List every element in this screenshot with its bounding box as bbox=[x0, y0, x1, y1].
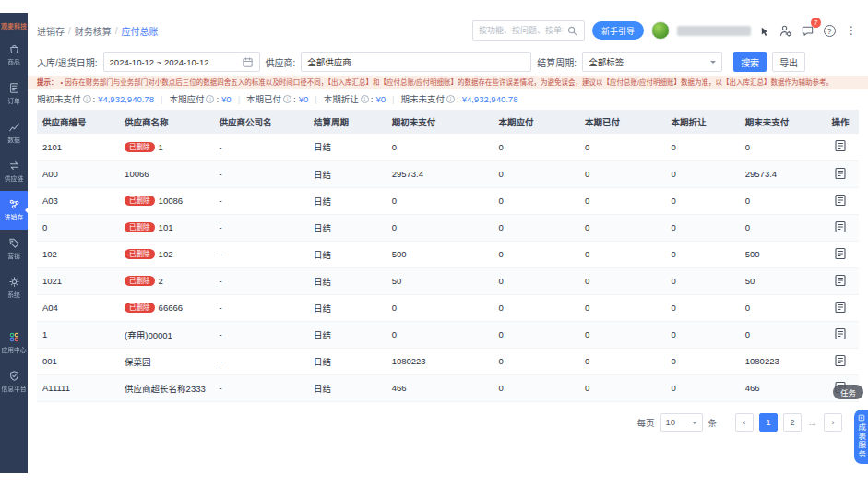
summary-colon: : bbox=[93, 94, 96, 104]
avatar[interactable] bbox=[651, 21, 670, 40]
notice-label: 提示： bbox=[37, 78, 58, 87]
account-icon[interactable] bbox=[778, 23, 792, 38]
cell-closing-unpaid: 500 bbox=[740, 241, 822, 267]
detail-icon bbox=[834, 139, 847, 152]
view-detail-button[interactable] bbox=[834, 247, 847, 260]
sidebar-item-inventory[interactable]: 进销存 bbox=[0, 191, 28, 230]
cell-cycle: 日结 bbox=[308, 321, 386, 348]
cell-closing-unpaid: 0 bbox=[740, 214, 822, 241]
view-detail-button[interactable] bbox=[834, 167, 847, 180]
export-button[interactable]: 导出 bbox=[772, 52, 805, 72]
prev-page-button[interactable]: ‹ bbox=[735, 413, 754, 432]
supplier-filter[interactable] bbox=[301, 52, 531, 72]
search-button[interactable]: 搜索 bbox=[733, 52, 767, 72]
table-row: 1(弃用)00001-日结00000 bbox=[37, 321, 859, 348]
cell-current-paid: 0 bbox=[579, 160, 666, 187]
more-icon[interactable]: ⋮ bbox=[844, 23, 859, 38]
cell-supplier-id: 1 bbox=[37, 321, 119, 348]
summary-colon: : bbox=[216, 94, 219, 104]
view-detail-button[interactable] bbox=[834, 327, 847, 340]
cell-current-paid: 0 bbox=[579, 348, 666, 374]
cell-supplier-name: 供应商超长名称2333 bbox=[119, 374, 213, 401]
view-detail-button[interactable] bbox=[834, 354, 847, 367]
column-header-cycle: 结算周期 bbox=[308, 110, 386, 134]
date-range-input[interactable]: 2024-10-12 ~ 2024-10-12 bbox=[103, 52, 260, 72]
view-detail-button[interactable] bbox=[834, 274, 847, 287]
username-redacted[interactable] bbox=[677, 26, 751, 36]
cell-current-paid: 0 bbox=[579, 321, 666, 348]
cell-current-discount: 0 bbox=[666, 321, 740, 348]
summary-current-paid: 本期已付i:¥0 bbox=[246, 92, 308, 105]
column-header-supplier-name: 供应商名称 bbox=[119, 110, 213, 134]
info-icon[interactable]: i bbox=[206, 95, 214, 103]
report-side-tab[interactable]: 成表服务 bbox=[854, 410, 868, 464]
newbie-guide-button[interactable]: 新手引导 bbox=[592, 21, 644, 40]
info-icon[interactable]: i bbox=[446, 95, 455, 103]
cycle-select[interactable]: 全部标签 bbox=[582, 52, 722, 72]
cursor-icon[interactable] bbox=[758, 25, 770, 37]
sidebar-item-system[interactable]: 系统 bbox=[0, 268, 28, 307]
breadcrumb-item[interactable]: 进销存 bbox=[37, 24, 65, 38]
cell-opening-unpaid: 1080223 bbox=[386, 348, 493, 374]
cell-current-payable: 0 bbox=[493, 321, 579, 348]
sidebar-item-info-platform[interactable]: 信息平台 bbox=[0, 362, 28, 401]
cell-opening-unpaid: 0 bbox=[386, 321, 493, 348]
sidebar-item-label: 信息平台 bbox=[1, 385, 26, 393]
page-ellipsis: ... bbox=[807, 417, 818, 427]
detail-icon bbox=[834, 354, 847, 367]
task-tag[interactable]: 任务 bbox=[833, 385, 863, 399]
summary-label: 本期应付 bbox=[169, 92, 204, 105]
message-icon[interactable]: 7 bbox=[800, 23, 814, 38]
cell-supplier-name: 已删除102 bbox=[119, 241, 213, 267]
breadcrumb-item[interactable]: 财务核算 bbox=[75, 24, 112, 38]
page-button-2[interactable]: 2 bbox=[783, 413, 802, 432]
view-detail-button[interactable] bbox=[834, 194, 847, 207]
page-size-select[interactable]: 10 bbox=[660, 413, 703, 432]
summary-colon: : bbox=[457, 94, 459, 104]
cell-current-payable: 0 bbox=[493, 294, 579, 321]
page-button-1[interactable]: 1 bbox=[759, 413, 778, 432]
cell-cycle: 日结 bbox=[308, 134, 386, 160]
cell-current-discount: 0 bbox=[666, 348, 740, 374]
cell-supplier-name: 10066 bbox=[119, 160, 213, 187]
sidebar-item-app-center[interactable]: 应用中心 bbox=[0, 324, 28, 362]
info-icon[interactable]: i bbox=[83, 95, 91, 103]
column-header-supplier-id: 供应商编号 bbox=[37, 110, 119, 134]
cell-opening-unpaid: 466 bbox=[386, 374, 493, 401]
info-icon[interactable]: i bbox=[283, 95, 291, 103]
sidebar-item-orders[interactable]: 订单 bbox=[0, 75, 28, 113]
sidebar-item-goods[interactable]: 商品 bbox=[0, 36, 28, 75]
global-search[interactable] bbox=[472, 20, 585, 41]
per-page-label: 每页 bbox=[637, 416, 655, 429]
table-header-row: 供应商编号供应商名称供应商公司名结算周期期初未支付本期应付本期已付本期折让期末未… bbox=[37, 110, 859, 134]
detail-icon bbox=[834, 327, 847, 340]
cell-cycle: 日结 bbox=[308, 214, 386, 241]
page-size-value: 10 bbox=[666, 417, 676, 427]
sidebar-item-data[interactable]: 数据 bbox=[0, 113, 28, 152]
sidebar-item-marketing[interactable]: 营销 bbox=[0, 230, 28, 268]
view-detail-button[interactable] bbox=[834, 220, 847, 233]
data-icon bbox=[8, 121, 20, 133]
inventory-icon bbox=[8, 198, 20, 210]
search-input[interactable] bbox=[479, 26, 563, 35]
column-header-current-discount: 本期折让 bbox=[666, 110, 740, 134]
next-page-button[interactable]: › bbox=[824, 413, 842, 432]
view-detail-button[interactable] bbox=[834, 301, 847, 314]
cell-actions bbox=[822, 294, 859, 321]
view-detail-button[interactable] bbox=[834, 139, 847, 152]
report-icon bbox=[858, 414, 865, 422]
cell-current-discount: 0 bbox=[666, 267, 740, 294]
cell-supplier-name: 已删除101 bbox=[119, 214, 213, 241]
cell-closing-unpaid: 50 bbox=[740, 267, 822, 294]
sidebar-item-supply-chain[interactable]: 供应链 bbox=[0, 152, 28, 191]
table-row: A04已删除66666-日结00000 bbox=[37, 294, 859, 321]
sidebar-nav: 商品订单数据供应链进销存营销系统 bbox=[0, 36, 28, 307]
info-icon[interactable]: i bbox=[361, 95, 369, 103]
summary-closing-unpaid: 期末未支付i:¥4,932,940.78 bbox=[401, 92, 518, 105]
breadcrumb-item[interactable]: 应付总账 bbox=[122, 24, 159, 38]
cell-cycle: 日结 bbox=[308, 294, 386, 321]
supplier-input[interactable] bbox=[307, 57, 525, 67]
breadcrumb-separator: / bbox=[68, 26, 71, 36]
help-icon[interactable]: ? bbox=[822, 23, 837, 38]
sidebar-nav-bottom: 应用中心信息平台 bbox=[0, 324, 28, 401]
